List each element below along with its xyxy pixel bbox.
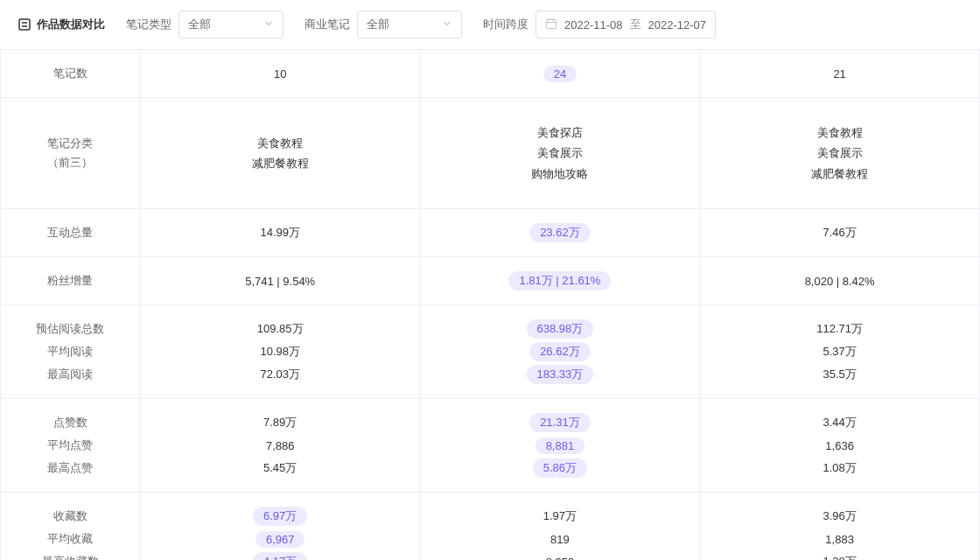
filter-date-range: 时间跨度 2022-11-08 至 2022-12-07 bbox=[483, 10, 716, 38]
metric-value: 5.37万 bbox=[812, 342, 866, 361]
row-label-sub: （前三） bbox=[47, 155, 93, 171]
data-table: 笔记数 10 24 21 笔记分类 （前三） 美食教程减肥餐教程 美食探店美食展… bbox=[0, 49, 980, 560]
metric-value: 5.45万 bbox=[253, 458, 307, 478]
category-tag: 美食探店 bbox=[421, 122, 700, 143]
category-tag: 购物地攻略 bbox=[421, 164, 700, 184]
metric-value: 183.33万 bbox=[527, 365, 594, 384]
row-label: 互动总量 bbox=[47, 226, 93, 239]
category-tag: 美食展示 bbox=[421, 143, 700, 163]
metric-value: 24 bbox=[543, 66, 577, 82]
metric-value: 7.46万 bbox=[812, 223, 866, 242]
date-end: 2022-12-07 bbox=[648, 18, 707, 32]
metric-value: 109.85万 bbox=[247, 319, 314, 339]
metric-value: 23.62万 bbox=[529, 223, 591, 242]
select-biz-type[interactable]: 全部 bbox=[357, 10, 462, 38]
table-row: 笔记数 10 24 21 bbox=[1, 50, 980, 98]
category-tag: 减肥餐教程 bbox=[141, 153, 420, 173]
metric-value: 1.08万 bbox=[812, 458, 866, 478]
metric-value: 112.71万 bbox=[806, 319, 873, 339]
table-row: 预估阅读总数平均阅读最高阅读 109.85万10.98万72.03万 638.9… bbox=[1, 305, 980, 399]
date-separator: 至 bbox=[630, 17, 641, 32]
row-label: 笔记数 bbox=[53, 66, 88, 80]
select-value: 全部 bbox=[367, 17, 389, 32]
metric-value: 8,020 | 8.42% bbox=[794, 273, 886, 290]
metric-value: 6,967 bbox=[256, 531, 305, 548]
date-start: 2022-11-08 bbox=[564, 18, 623, 32]
category-tag: 减肥餐教程 bbox=[700, 164, 979, 184]
metric-value: 638.98万 bbox=[527, 319, 594, 339]
page-title: 作品数据对比 bbox=[37, 17, 105, 32]
metric-value: 26.62万 bbox=[529, 342, 591, 361]
metric-value: 14.99万 bbox=[249, 223, 311, 242]
metric-value: 1.81万 | 21.61% bbox=[508, 271, 611, 290]
svg-rect-0 bbox=[19, 19, 30, 30]
page-title-group: 作品数据对比 bbox=[18, 17, 105, 32]
metric-value: 5,741 | 9.54% bbox=[234, 273, 326, 290]
chevron-down-icon bbox=[442, 18, 452, 32]
metric-value: 21 bbox=[822, 66, 856, 82]
metric-value: 1,883 bbox=[815, 531, 864, 548]
filter-note-type: 笔记类型 全部 bbox=[126, 10, 284, 38]
metric-value: 21.31万 bbox=[529, 413, 591, 432]
header-bar: 作品数据对比 笔记类型 全部 商业笔记 全部 时间跨度 2022-11-08 至… bbox=[0, 0, 980, 49]
filter-biz-type: 商业笔记 全部 bbox=[304, 10, 462, 38]
table-row: 粉丝增量 5,741 | 9.54% 1.81万 | 21.61% 8,020 … bbox=[1, 257, 980, 305]
metric-value: 4.17万 bbox=[253, 552, 307, 560]
list-icon bbox=[18, 18, 32, 32]
filter-label: 时间跨度 bbox=[483, 17, 528, 32]
row-label: 最高阅读 bbox=[1, 363, 140, 386]
table-row: 收藏数平均收藏最高收藏数 6.97万6,9674.17万 1.97万8198,3… bbox=[1, 493, 980, 560]
row-label: 预估阅读总数 bbox=[1, 318, 140, 340]
select-value: 全部 bbox=[188, 17, 211, 32]
row-label: 笔记分类 bbox=[47, 136, 93, 151]
metric-value: 7.89万 bbox=[253, 413, 307, 432]
row-label: 收藏数 bbox=[1, 505, 140, 528]
row-label: 最高点赞 bbox=[1, 457, 140, 480]
chevron-down-icon bbox=[263, 18, 274, 32]
category-tag: 美食教程 bbox=[141, 133, 420, 153]
category-tag: 美食展示 bbox=[700, 143, 979, 163]
row-label: 粉丝增量 bbox=[47, 274, 93, 287]
metric-value: 3.96万 bbox=[812, 507, 866, 526]
select-note-type[interactable]: 全部 bbox=[178, 10, 284, 38]
row-label: 平均点赞 bbox=[1, 434, 140, 457]
calendar-icon bbox=[545, 18, 557, 32]
row-label: 点赞数 bbox=[1, 411, 140, 434]
row-label: 最高收藏数 bbox=[1, 550, 140, 560]
metric-value: 1.97万 bbox=[533, 507, 587, 526]
metric-value: 35.5万 bbox=[812, 365, 866, 384]
metric-value: 10.98万 bbox=[249, 342, 311, 361]
metric-value: 8,881 bbox=[536, 438, 585, 454]
table-row: 互动总量 14.99万 23.62万 7.46万 bbox=[1, 209, 980, 257]
date-range-picker[interactable]: 2022-11-08 至 2022-12-07 bbox=[536, 10, 716, 38]
metric-value: 6.97万 bbox=[253, 507, 307, 526]
category-tag: 美食教程 bbox=[700, 122, 979, 143]
metric-value: 5.86万 bbox=[533, 458, 587, 478]
metric-value: 72.03万 bbox=[249, 365, 311, 384]
svg-rect-3 bbox=[547, 19, 556, 28]
table-row: 点赞数平均点赞最高点赞 7.89万7,8865.45万 21.31万8,8815… bbox=[1, 399, 980, 493]
metric-value: 819 bbox=[540, 531, 580, 548]
metric-value: 8,350 bbox=[536, 554, 585, 560]
filter-label: 商业笔记 bbox=[304, 17, 350, 32]
filter-label: 笔记类型 bbox=[126, 17, 172, 32]
metric-value: 7,886 bbox=[256, 438, 305, 454]
metric-value: 3.44万 bbox=[812, 413, 866, 432]
row-label: 平均阅读 bbox=[1, 340, 140, 363]
row-label: 平均收藏 bbox=[1, 528, 140, 550]
metric-value: 1.28万 bbox=[812, 552, 866, 560]
metric-value: 10 bbox=[263, 66, 297, 82]
metric-value: 1,636 bbox=[815, 438, 864, 454]
table-row: 笔记分类 （前三） 美食教程减肥餐教程 美食探店美食展示购物地攻略 美食教程美食… bbox=[1, 98, 980, 209]
